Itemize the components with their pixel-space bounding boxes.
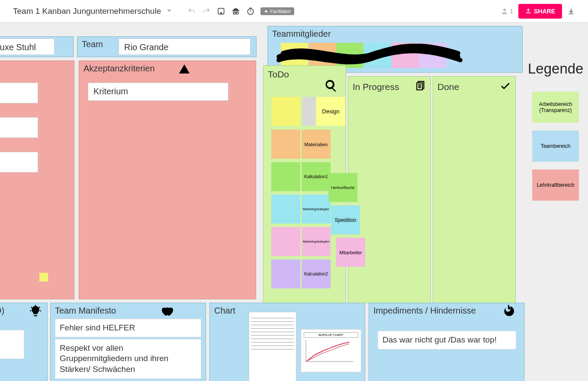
todo-note-kalkulation1[interactable]: Kalkulation1 [302, 162, 331, 191]
share-label: SHARE [534, 8, 555, 15]
impediments-section[interactable]: Impediments / Hindernisse Das war nicht … [369, 303, 524, 381]
todo-label: ToDo [268, 69, 289, 80]
canvas[interactable]: eluxe Stuhl Team Rio Grande Akzeptanzkri… [0, 22, 588, 381]
product-field[interactable]: eluxe Stuhl [0, 38, 55, 55]
svg-point-4 [236, 12, 238, 14]
kanban-inprogress[interactable]: In Progress Herkunftsorte Spedition Mita… [348, 76, 431, 303]
chart-title: Chart [210, 303, 240, 318]
todo-note-cyan[interactable] [271, 195, 300, 224]
chart-graph-label: BURN-UP CHART [304, 332, 358, 338]
inprog-note-mitarbeiter[interactable]: Mitarbeiter [336, 238, 365, 267]
pink-field-1[interactable] [0, 83, 38, 103]
warning-icon [179, 64, 190, 77]
kanban-done[interactable]: Done [433, 76, 516, 303]
legend-arbeitsbereich[interactable]: Arbeitsbereich (Transparenz) [532, 92, 579, 123]
undo-icon[interactable] [187, 6, 196, 16]
todo-note-pink[interactable] [271, 227, 300, 256]
todo-note-marketing2[interactable]: Marketingstrategien [302, 227, 331, 256]
teammitglieder-title: Teammitglieder [268, 26, 335, 42]
download-icon[interactable] [567, 6, 575, 16]
todo-note-grey[interactable] [302, 97, 315, 126]
impediments-title: Impediments / Hindernisse [369, 303, 480, 318]
legend-teambereich[interactable]: Teambereich [532, 131, 579, 162]
chart-graph-thumb[interactable]: BURN-UP CHART [301, 329, 361, 372]
user-count[interactable]: 1 [501, 7, 513, 15]
dice-icon[interactable] [216, 6, 226, 16]
dod-item-1[interactable]: emd [0, 330, 24, 359]
left-pink-section[interactable] [0, 61, 74, 299]
board-menu-chevron-icon[interactable] [166, 7, 172, 15]
svg-point-9 [503, 9, 506, 11]
svg-point-3 [233, 12, 235, 14]
team-section[interactable]: Team Rio Grande [77, 36, 257, 57]
dod-section[interactable]: D) emd [0, 303, 48, 381]
facilitator-label: Facilitator [270, 9, 291, 14]
magnifier-icon [324, 79, 338, 94]
document-icon [415, 80, 426, 93]
legend-title: Legende [528, 61, 583, 77]
manifesto-item-1[interactable]: Fehler sind HELFER [55, 319, 201, 337]
todo-note-green[interactable] [271, 162, 300, 191]
todo-note-materialien[interactable]: Materialien [302, 130, 331, 159]
team-name-field[interactable]: Rio Grande [119, 38, 251, 55]
small-yellow-note[interactable] [39, 273, 48, 282]
incognito-icon[interactable] [231, 6, 241, 16]
done-header: Done [433, 77, 515, 97]
kriterium-field[interactable]: Kriterium [88, 83, 228, 101]
user-count-number: 1 [510, 8, 513, 15]
product-section[interactable]: eluxe Stuhl [0, 36, 74, 57]
inprog-note-spedition[interactable]: Spedition [331, 205, 360, 234]
redo-icon[interactable] [202, 6, 211, 16]
dod-title-fragment: D) [0, 303, 9, 318]
pink-field-3[interactable] [0, 152, 38, 173]
svg-line-17 [31, 307, 32, 308]
done-label: Done [437, 82, 459, 92]
fire-icon [501, 303, 515, 320]
impediments-text[interactable]: Das war nicht gut /Das war top! [378, 331, 516, 349]
checkmark-icon [500, 80, 511, 93]
todo-note-yellow-1[interactable] [271, 97, 300, 126]
share-button[interactable]: SHARE [518, 4, 562, 19]
todo-note-kalculation2[interactable]: Kalculation2 [302, 259, 331, 288]
svg-rect-2 [232, 10, 240, 11]
akzeptanz-section[interactable]: Akzeptanzkriterien Kriterium [79, 61, 256, 299]
inprog-note-herkunft[interactable]: Herkunftsorte [328, 173, 357, 202]
manifesto-title: Team Manifesto [51, 303, 120, 318]
facilitator-badge[interactable]: Facilitator [260, 7, 294, 15]
chart-section[interactable]: Chart BURN-UP CHART [209, 303, 365, 381]
todo-note-design[interactable]: Design [316, 97, 345, 126]
pink-field-2[interactable] [0, 117, 38, 138]
manifesto-section[interactable]: Team Manifesto Fehler sind HELFER Respek… [50, 303, 206, 381]
legend-lehrkraftbereich[interactable]: Lehrkraftbereich [532, 170, 579, 201]
chart-table-thumb[interactable] [249, 312, 296, 381]
inprogress-header: In Progress [348, 77, 431, 97]
manifesto-item-2[interactable]: Respekt vor allen Gruppenmitgliedern und… [55, 339, 201, 379]
board-title[interactable]: Team 1 Kanban Jungunternehmerschule [13, 6, 161, 16]
todo-note-orange[interactable] [271, 130, 300, 159]
timer-icon[interactable] [246, 6, 255, 16]
todo-note-violet[interactable] [271, 259, 300, 288]
akzeptanz-title: Akzeptanzkriterien [79, 61, 159, 76]
svg-point-1 [221, 12, 222, 13]
team-label: Team [77, 37, 107, 52]
lightbulb-icon [29, 305, 42, 320]
toolbar: Team 1 Kanban Jungunternehmerschule Faci… [0, 0, 588, 22]
svg-line-18 [39, 307, 40, 308]
todo-note-marketing1[interactable]: Marketingstrategien [302, 195, 331, 224]
inprogress-label: In Progress [353, 82, 399, 92]
